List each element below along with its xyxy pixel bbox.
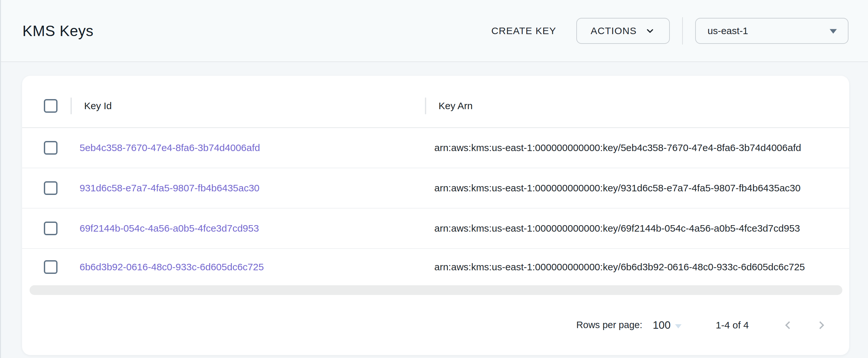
actions-button-label: ACTIONS	[591, 25, 637, 36]
select-all-checkbox[interactable]	[44, 99, 58, 113]
key-id-cell: 6b6d3b92-0616-48c0-933c-6d605dc6c725	[71, 262, 426, 273]
key-id-link[interactable]: 5eb4c358-7670-47e4-8fa6-3b74d4006afd	[80, 142, 260, 153]
column-header-label: Key Id	[84, 100, 112, 112]
key-id-link[interactable]: 6b6d3b92-0616-48c0-933c-6d605dc6c725	[80, 262, 264, 272]
table-footer: Rows per page: 100 1-4 of 4	[22, 295, 849, 355]
key-arn-cell: arn:aws:kms:us-east-1:000000000000:key/9…	[426, 183, 849, 193]
chevron-right-icon	[814, 318, 829, 333]
table-row: 931d6c58-e7a7-4fa5-9807-fb4b6435ac30 arn…	[22, 168, 849, 209]
row-checkbox[interactable]	[44, 181, 58, 195]
create-key-button[interactable]: CREATE KEY	[491, 25, 556, 36]
key-id-cell: 5eb4c358-7670-47e4-8fa6-3b74d4006afd	[71, 142, 426, 153]
row-checkbox-cell	[22, 181, 71, 195]
key-arn-cell: arn:aws:kms:us-east-1:000000000000:key/6…	[426, 223, 849, 234]
pagination-range-label: 1-4 of 4	[716, 320, 749, 331]
key-id-cell: 69f2144b-054c-4a56-a0b5-4fce3d7cd953	[71, 223, 426, 234]
rows-per-page-label: Rows per page:	[576, 320, 642, 330]
row-checkbox-cell	[22, 260, 71, 274]
header-vertical-divider	[682, 17, 683, 44]
row-checkbox-cell	[22, 141, 71, 155]
header-actions: CREATE KEY ACTIONS us-east-1	[491, 17, 848, 44]
row-checkbox[interactable]	[44, 260, 58, 274]
key-id-cell: 931d6c58-e7a7-4fa5-9807-fb4b6435ac30	[71, 183, 426, 193]
column-separator	[425, 97, 426, 114]
page-title: KMS Keys	[23, 22, 94, 40]
select-all-cell	[22, 99, 71, 113]
row-checkbox[interactable]	[44, 141, 58, 155]
kms-keys-card: Key Id Key Arn 5eb4c358-7670-47e4-8fa6-3…	[22, 76, 849, 355]
dropdown-arrow-icon	[830, 29, 837, 33]
row-checkbox-cell	[22, 221, 71, 235]
key-arn-cell: arn:aws:kms:us-east-1:000000000000:key/6…	[426, 262, 849, 273]
table-row: 6b6d3b92-0616-48c0-933c-6d605dc6c725 arn…	[22, 249, 849, 285]
prev-page-button[interactable]	[778, 316, 798, 335]
region-select-value: us-east-1	[708, 25, 748, 36]
column-header-key-id[interactable]: Key Id	[71, 84, 426, 127]
dropdown-arrow-icon	[675, 324, 682, 328]
row-checkbox[interactable]	[44, 221, 58, 235]
table-header-row: Key Id Key Arn	[22, 76, 849, 128]
table-row: 5eb4c358-7670-47e4-8fa6-3b74d4006afd arn…	[22, 128, 849, 168]
key-arn-cell: arn:aws:kms:us-east-1:000000000000:key/5…	[426, 142, 849, 153]
table-body: 5eb4c358-7670-47e4-8fa6-3b74d4006afd arn…	[22, 128, 849, 285]
chevron-left-icon	[780, 318, 796, 333]
column-separator	[70, 97, 72, 114]
table-row: 69f2144b-054c-4a56-a0b5-4fce3d7cd953 arn…	[22, 209, 849, 249]
column-header-key-arn[interactable]: Key Arn	[426, 84, 849, 127]
rows-per-page-select[interactable]: 100	[653, 319, 682, 331]
chevron-down-icon	[645, 25, 655, 36]
region-select[interactable]: us-east-1	[695, 18, 848, 44]
next-page-button[interactable]	[812, 316, 831, 335]
key-id-link[interactable]: 931d6c58-e7a7-4fa5-9807-fb4b6435ac30	[80, 183, 259, 193]
actions-button[interactable]: ACTIONS	[576, 18, 670, 44]
key-id-link[interactable]: 69f2144b-054c-4a56-a0b5-4fce3d7cd953	[80, 223, 259, 234]
horizontal-scrollbar[interactable]	[30, 285, 842, 295]
page-header: KMS Keys CREATE KEY ACTIONS us-east-1	[1, 0, 868, 62]
column-header-label: Key Arn	[438, 100, 473, 112]
rows-per-page-value: 100	[653, 319, 671, 331]
